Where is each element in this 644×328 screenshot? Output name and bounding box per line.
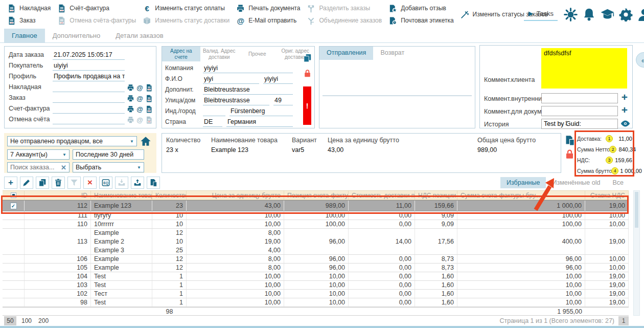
graduation-cap-icon[interactable] bbox=[601, 8, 614, 21]
tab-Детали заказов[interactable]: Детали заказов bbox=[108, 29, 171, 42]
shipments-tab[interactable]: Отправления bbox=[319, 47, 373, 60]
printer-icon[interactable] bbox=[127, 84, 134, 92]
field-value[interactable]: Профиль продавца на торговой площадке bbox=[53, 73, 125, 81]
document-icon[interactable] bbox=[145, 95, 153, 102]
select-all-checkbox[interactable] bbox=[11, 192, 16, 198]
column-header[interactable]: Сумма счета-фактуры бру... bbox=[457, 191, 585, 200]
document-comment-field[interactable] bbox=[541, 106, 618, 116]
toolbar-item[interactable]: @E-Mail отправить bbox=[236, 16, 300, 25]
toolbar-item[interactable]: Счёт-фактура bbox=[57, 4, 136, 13]
table-row[interactable]: 104Test110,0010,000,001,6010,0019,00 bbox=[3, 272, 629, 281]
at-icon[interactable]: @ bbox=[136, 105, 144, 113]
table-row[interactable]: 105Example128,0096,000,008,7396,0010,00 bbox=[3, 264, 629, 272]
lock-icon[interactable] bbox=[303, 69, 312, 78]
table-row[interactable]: 103Test110,0010,000,001,6010,0019,00 bbox=[3, 281, 629, 290]
page-size-200[interactable]: 200 bbox=[37, 316, 50, 325]
country-field[interactable] bbox=[226, 118, 293, 127]
grid-scrollbar[interactable] bbox=[633, 190, 640, 316]
field-value[interactable]: 21.07.2025 15:05:17 bbox=[53, 51, 125, 60]
toolbar-item[interactable]: €Изменить статус оплаты bbox=[143, 4, 229, 13]
accounts-dropdown[interactable]: 7 Аккаунт(ы) ▼ bbox=[7, 149, 70, 160]
toolbar-item[interactable]: Почтовая этикетка bbox=[388, 16, 453, 25]
history-field[interactable] bbox=[541, 119, 618, 129]
view-tab[interactable]: Все bbox=[606, 177, 630, 188]
street-field[interactable] bbox=[203, 97, 269, 105]
table-row[interactable]: 102Тест110,0010,000,001,6010,0019,00 bbox=[3, 290, 629, 298]
add-document-comment-button[interactable]: + bbox=[620, 105, 629, 116]
table-row[interactable]: 11010rrrrrr1010,00100,000,009,09100,0010… bbox=[3, 220, 629, 229]
field-value[interactable] bbox=[53, 105, 125, 114]
period-field[interactable]: Последние 30 дней bbox=[73, 149, 144, 160]
field-value[interactable] bbox=[53, 83, 125, 92]
toolbar-item[interactable]: Добавить отзыв bbox=[388, 4, 453, 13]
printer-icon[interactable] bbox=[127, 95, 134, 102]
at-icon[interactable]: @ bbox=[136, 84, 144, 92]
tab-Дополнительно[interactable]: Дополнительно bbox=[45, 29, 108, 42]
view-tab[interactable]: Изменённые old bbox=[546, 177, 606, 188]
tab-Главное[interactable]: Главное bbox=[4, 29, 45, 42]
table-row[interactable]: 113ExampleExample 2Example 31210258,0019… bbox=[3, 229, 629, 255]
column-header[interactable]: Цена за единицу брутто bbox=[187, 191, 284, 200]
company-field[interactable] bbox=[203, 64, 293, 73]
trash-button[interactable] bbox=[52, 177, 65, 189]
column-header[interactable]: Позиция счета-фактуры бру... bbox=[284, 191, 349, 200]
field-value[interactable]: uiyiyi bbox=[53, 62, 125, 71]
toolbar-item[interactable]: Заказ bbox=[7, 16, 51, 25]
select-dropdown[interactable]: Выбрать ▼ bbox=[73, 162, 144, 172]
page-size-100[interactable]: 100 bbox=[20, 316, 33, 325]
table-row[interactable]: 98Test110,0010,000,001,6010,0019,00 bbox=[3, 298, 629, 307]
house-field[interactable] bbox=[273, 97, 293, 105]
x-button[interactable]: × bbox=[83, 177, 97, 189]
column-header[interactable]: Ставка НДС bbox=[585, 191, 629, 200]
sun-icon[interactable] bbox=[564, 8, 578, 21]
client-comment-box[interactable]: dfdsfsdfsf bbox=[541, 48, 627, 89]
clear-search-icon[interactable]: ✕ bbox=[61, 164, 66, 171]
column-header[interactable]: ID bbox=[25, 191, 91, 200]
field-value[interactable] bbox=[53, 116, 125, 124]
table-row[interactable]: 106Example128,0096,000,008,7396,0010,00 bbox=[3, 255, 629, 264]
user-icon[interactable] bbox=[637, 8, 644, 21]
address-tab[interactable]: Валид. Адрес доставки bbox=[200, 47, 239, 61]
page-1-button[interactable]: 1 bbox=[618, 316, 629, 325]
page-size-50[interactable]: 50 bbox=[4, 316, 16, 325]
copy-address-icon[interactable] bbox=[303, 54, 312, 62]
country-code-field[interactable] bbox=[203, 118, 222, 127]
status-filter-dropdown[interactable]: Не отправлено продавцом, все ▼ bbox=[7, 136, 137, 146]
home-icon[interactable] bbox=[140, 136, 151, 147]
toolbar-item[interactable]: Печать документа bbox=[236, 4, 300, 13]
copy-page-button[interactable] bbox=[147, 177, 160, 189]
collapse-panel-button[interactable]: « bbox=[636, 52, 644, 68]
first-name-field[interactable] bbox=[203, 75, 259, 84]
column-header[interactable]: Наименование товара bbox=[91, 191, 152, 200]
copy-button[interactable] bbox=[36, 177, 49, 189]
shipments-tab[interactable]: Возврат bbox=[373, 47, 411, 60]
table-row[interactable]: ✓112Example 1232343,00989,0011,00159,661… bbox=[3, 200, 629, 211]
notes-document-icon[interactable] bbox=[564, 135, 575, 146]
row-checkbox[interactable]: ✓ bbox=[10, 203, 17, 209]
document-icon[interactable] bbox=[145, 84, 153, 92]
lock-icon[interactable] bbox=[564, 149, 575, 160]
bell-icon[interactable] bbox=[582, 8, 596, 21]
additional-field[interactable] bbox=[203, 86, 293, 95]
pencil-button[interactable] bbox=[20, 177, 33, 189]
table-row[interactable]: 111tiyryry1010,00100,000,009,09100,0010,… bbox=[3, 211, 629, 220]
field-value[interactable] bbox=[53, 94, 125, 103]
column-header[interactable]: НДС позиции сче... bbox=[415, 191, 457, 200]
search-eq-button[interactable] bbox=[99, 177, 112, 189]
address-tab[interactable]: Прочее bbox=[238, 47, 277, 61]
plus-button[interactable]: + bbox=[4, 177, 17, 189]
eye-icon[interactable] bbox=[620, 119, 630, 128]
tasks-button[interactable]: ▶ Tasks bbox=[524, 8, 558, 21]
gear-icon[interactable] bbox=[619, 8, 633, 21]
printer-icon[interactable] bbox=[127, 105, 134, 113]
column-header[interactable]: Количество bbox=[152, 191, 187, 200]
add-internal-comment-button[interactable]: + bbox=[620, 93, 629, 103]
last-name-field[interactable] bbox=[263, 75, 293, 84]
order-search-input[interactable] bbox=[10, 164, 61, 171]
internal-comment-field[interactable] bbox=[541, 93, 618, 103]
city-field[interactable] bbox=[229, 107, 293, 116]
column-header[interactable]: Стоимость доставки позици... bbox=[349, 191, 415, 200]
history-spinner[interactable]: ▲▼ bbox=[563, 118, 570, 128]
address-tab[interactable]: Адрес на счете bbox=[162, 47, 200, 61]
document-icon[interactable] bbox=[145, 105, 153, 113]
